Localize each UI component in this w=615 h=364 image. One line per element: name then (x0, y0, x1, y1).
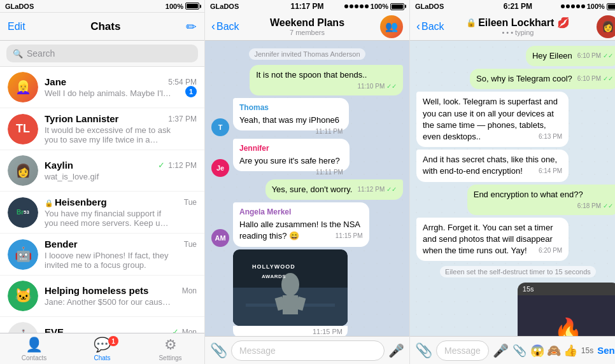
right-msg-in-3: Arrgh. Forget it. You can set a timer an… (416, 218, 569, 262)
attach-icon-right2[interactable]: 📎 (512, 344, 527, 358)
chat-info-tyrion: Tyrion Lannister 1:37 PM It would be exc… (45, 113, 197, 144)
msg-image-time: 11:15 PM (233, 326, 348, 336)
emoji-thumbs[interactable]: 👍 (563, 344, 577, 358)
left-status-bar: GLaDOS 5:54 PM 100% (0, 0, 204, 13)
message-input-right[interactable]: Message (436, 340, 489, 361)
chat-time-bender: Tue (184, 240, 197, 249)
mic-button-middle[interactable]: 🎤 (388, 343, 404, 358)
sender-thomas: Thomas (239, 102, 343, 113)
back-button-middle[interactable]: ‹ Back (211, 20, 239, 33)
chat-time-homeless: Mon (182, 286, 197, 295)
right-status-bar: GLaDOS 6:21 PM 100% (410, 0, 615, 13)
right-msg-text-in-3: Arrgh. Forget it. You can set a timer an… (423, 223, 553, 255)
eileen-name-text: Eileen Lockhart 💋 (478, 17, 570, 29)
settings-icon: ⚙ (164, 337, 177, 353)
middle-time: 11:17 PM (290, 2, 323, 11)
middle-battery: 100% (371, 3, 388, 10)
compose-button[interactable]: ✏ (186, 19, 197, 34)
chat-preview-heisenberg: You have my financial support if you nee… (45, 209, 172, 228)
right-input-bar: 📎 Message 🎤 📎 😱 🙈 👍 15s Send (410, 336, 615, 364)
msg-bubble-jennifer: Jennifer Are you sure it's safe here? 11… (233, 139, 350, 171)
edit-button[interactable]: Edit (8, 21, 25, 32)
typing-indicator: • • • typing (466, 29, 570, 36)
tab-contacts-label: Contacts (22, 354, 46, 361)
chats-title: Chats (90, 20, 120, 33)
chat-item-kaylin[interactable]: 👩 Kaylin ✓ 1:12 PM wat_is_love.gif (0, 150, 204, 192)
tab-contacts[interactable]: 👤 Contacts (0, 333, 68, 364)
check-eve: ✓ (172, 327, 179, 333)
right-msg-text-2: So, why is Telegram cool? (476, 74, 572, 83)
msg-text-out-2: Yes, sure, don't worry. (272, 185, 353, 194)
check-kaylin: ✓ (158, 160, 165, 170)
chat-item-eve[interactable]: 🤖 EVE ✓ Mon LaserBlastSafetyGuide.pdf (0, 317, 204, 333)
chat-name-heisenberg: 🔒Heisenberg (45, 197, 107, 207)
chat-name-homeless: Helping homeless pets (45, 285, 148, 296)
attach-button-middle[interactable]: 📎 (210, 342, 227, 359)
eileen-avatar[interactable]: 👩 (597, 15, 615, 38)
right-msg-time-in-2: 6:14 PM (539, 167, 562, 176)
chat-list: 👱‍♀️ Jane 5:54 PM Well I do help animals… (0, 67, 204, 333)
tab-settings-label: Settings (159, 354, 181, 361)
right-msg-time-2: 6:10 PM ✓✓ (577, 74, 613, 83)
msg-time-thomas: 11:11 PM (316, 127, 343, 136)
search-placeholder: Search (27, 48, 55, 59)
tab-chats[interactable]: 💬 Chats 1 (68, 333, 136, 364)
msg-angela: AM Angela Merkel Hallo alle zusammen! Is… (211, 202, 403, 246)
chat-item-heisenberg[interactable]: Br53 🔒Heisenberg Tue You have my financi… (0, 192, 204, 234)
mic-button-right[interactable]: 🎤 (493, 343, 509, 358)
right-msg-out-3: End encryption to what end?? 6:18 PM ✓✓ (467, 185, 615, 215)
search-bar: 🔍 Search (0, 41, 204, 67)
emoji-bar: 😱 🙈 👍 (530, 344, 577, 358)
right-msg-text-in-1: Well, look. Telegram is superfast and yo… (423, 97, 558, 141)
right-msg-text-1: Hey Eileen (532, 51, 572, 60)
avatar-bender: 🤖 (8, 239, 38, 270)
chat-item-jane[interactable]: 👱‍♀️ Jane 5:54 PM Well I do help animals… (0, 67, 204, 108)
typing-text: typing (515, 29, 534, 36)
sender-angela: Angela Merkel (239, 207, 363, 218)
chat-item-tyrion[interactable]: TL Tyrion Lannister 1:37 PM It would be … (0, 108, 204, 150)
chat-time-tyrion: 1:37 PM (168, 115, 197, 123)
chat-item-homeless[interactable]: 🐱 Helping homeless pets Mon Jane: Anothe… (0, 276, 204, 317)
chat-info-kaylin: Kaylin ✓ 1:12 PM wat_is_love.gif (45, 160, 197, 181)
middle-input-bar: 📎 Message 🎤 (205, 336, 409, 364)
chat-preview-bender: I looove new iPhones! If fact, they invi… (45, 251, 172, 270)
tab-chats-label: Chats (94, 354, 110, 361)
middle-status-bar: GLaDOS 11:17 PM 100% (205, 0, 409, 13)
avatar-homeless: 🐱 (8, 281, 38, 311)
right-carrier: GLaDOS (415, 3, 444, 10)
left-status-right: 100% (166, 3, 199, 10)
sender-jennifer: Jennifer (239, 143, 343, 154)
msg-out-1: It is not the spoon that bends.. 11:10 P… (250, 65, 403, 95)
chat-name-eve: EVE (45, 326, 64, 333)
message-placeholder-right: Message (444, 346, 481, 356)
badge-jane: 1 (185, 86, 197, 97)
left-carrier: GLaDOS (5, 3, 34, 10)
msg-image-angela: AM HOLLYW (211, 249, 348, 336)
send-button[interactable]: Send (597, 345, 615, 356)
middle-carrier: GLaDOS (210, 3, 239, 10)
right-msg-out-1: Hey Eileen 6:10 PM ✓✓ (526, 46, 615, 66)
chat-item-bender[interactable]: 🤖 Bender Tue I looove new iPhones! If fa… (0, 234, 204, 276)
right-msg-time-3: 6:18 PM ✓✓ (577, 202, 613, 211)
back-label-right: Back (421, 21, 444, 32)
chat-time-jane: 5:54 PM (168, 78, 197, 87)
contacts-icon: 👤 (25, 337, 43, 353)
back-button-right[interactable]: ‹ Back (416, 20, 444, 33)
typing-dots: • • • (502, 29, 513, 36)
avatar-kaylin: 👩 (8, 155, 38, 186)
msg-image-container: HOLLYWOOD AWARDS 11:15 PM (233, 249, 348, 336)
back-chevron-right: ‹ (416, 20, 420, 33)
emoji-scared[interactable]: 😱 (530, 344, 544, 358)
message-input-middle[interactable]: Message (231, 340, 385, 361)
right-msg-time-in-1: 6:13 PM (539, 132, 562, 141)
search-input[interactable]: 🔍 Search (6, 45, 198, 62)
attach-button-right[interactable]: 📎 (415, 342, 432, 359)
avatar-jennifer: Je (211, 159, 229, 177)
tab-settings[interactable]: ⚙ Settings (136, 333, 204, 364)
avatar-thomas: T (211, 118, 229, 136)
middle-nav-center: Weekend Plans 7 members (270, 17, 344, 36)
right-nav-bar: ‹ Back 🔒 Eileen Lockhart 💋 • • • typing … (410, 13, 615, 41)
left-battery: 100% (166, 3, 183, 10)
group-avatar[interactable]: 👥 (380, 15, 403, 38)
emoji-monkey[interactable]: 🙈 (547, 344, 561, 358)
